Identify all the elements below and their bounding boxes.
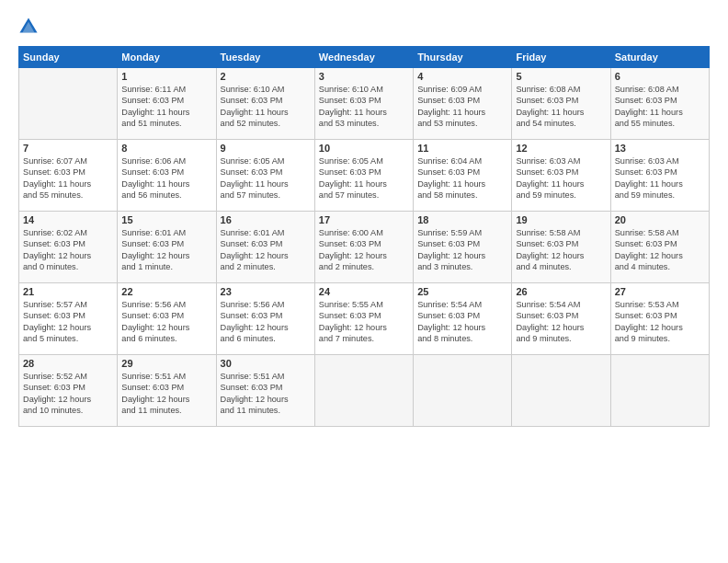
calendar-week-2: 14Sunrise: 6:02 AM Sunset: 6:03 PM Dayli… bbox=[19, 212, 710, 283]
day-number: 6 bbox=[615, 71, 705, 82]
day-number: 2 bbox=[221, 71, 311, 82]
day-info: Sunrise: 6:06 AM Sunset: 6:03 PM Dayligh… bbox=[121, 155, 211, 201]
calendar-cell: 30Sunrise: 5:51 AM Sunset: 6:03 PM Dayli… bbox=[216, 355, 314, 427]
day-info: Sunrise: 6:01 AM Sunset: 6:03 PM Dayligh… bbox=[221, 227, 311, 273]
day-number: 5 bbox=[516, 71, 606, 82]
day-info: Sunrise: 6:10 AM Sunset: 6:03 PM Dayligh… bbox=[319, 84, 409, 130]
day-info: Sunrise: 6:02 AM Sunset: 6:03 PM Dayligh… bbox=[23, 227, 113, 273]
calendar-cell: 21Sunrise: 5:57 AM Sunset: 6:03 PM Dayli… bbox=[19, 283, 118, 355]
day-number: 29 bbox=[121, 358, 211, 369]
day-info: Sunrise: 5:54 AM Sunset: 6:03 PM Dayligh… bbox=[417, 299, 507, 345]
day-number: 16 bbox=[221, 214, 311, 225]
day-info: Sunrise: 5:51 AM Sunset: 6:03 PM Dayligh… bbox=[221, 371, 311, 417]
day-number: 14 bbox=[23, 214, 113, 225]
day-number: 12 bbox=[516, 143, 606, 154]
day-info: Sunrise: 6:10 AM Sunset: 6:03 PM Dayligh… bbox=[221, 84, 311, 130]
calendar-cell: 1Sunrise: 6:11 AM Sunset: 6:03 PM Daylig… bbox=[118, 68, 216, 140]
day-info: Sunrise: 6:00 AM Sunset: 6:03 PM Dayligh… bbox=[319, 227, 409, 273]
calendar-cell: 15Sunrise: 6:01 AM Sunset: 6:03 PM Dayli… bbox=[118, 212, 216, 283]
day-number: 17 bbox=[319, 214, 409, 225]
calendar-cell bbox=[314, 355, 413, 427]
calendar-cell: 19Sunrise: 5:58 AM Sunset: 6:03 PM Dayli… bbox=[512, 212, 610, 283]
day-number: 27 bbox=[615, 286, 705, 297]
calendar-cell: 7Sunrise: 6:07 AM Sunset: 6:03 PM Daylig… bbox=[19, 140, 118, 212]
calendar-week-4: 28Sunrise: 5:52 AM Sunset: 6:03 PM Dayli… bbox=[19, 355, 710, 427]
calendar-cell: 28Sunrise: 5:52 AM Sunset: 6:03 PM Dayli… bbox=[19, 355, 118, 427]
header bbox=[18, 17, 710, 37]
day-number: 20 bbox=[615, 214, 705, 225]
calendar-cell: 9Sunrise: 6:05 AM Sunset: 6:03 PM Daylig… bbox=[216, 140, 314, 212]
calendar-cell: 11Sunrise: 6:04 AM Sunset: 6:03 PM Dayli… bbox=[414, 140, 512, 212]
calendar-cell: 4Sunrise: 6:09 AM Sunset: 6:03 PM Daylig… bbox=[414, 68, 512, 140]
day-number: 4 bbox=[417, 71, 507, 82]
day-info: Sunrise: 5:56 AM Sunset: 6:03 PM Dayligh… bbox=[221, 299, 311, 345]
day-info: Sunrise: 5:55 AM Sunset: 6:03 PM Dayligh… bbox=[319, 299, 409, 345]
logo bbox=[18, 17, 42, 37]
day-info: Sunrise: 6:03 AM Sunset: 6:03 PM Dayligh… bbox=[615, 155, 705, 201]
calendar-cell bbox=[610, 355, 709, 427]
calendar-cell bbox=[414, 355, 512, 427]
calendar-cell: 13Sunrise: 6:03 AM Sunset: 6:03 PM Dayli… bbox=[610, 140, 709, 212]
calendar-cell: 29Sunrise: 5:51 AM Sunset: 6:03 PM Dayli… bbox=[118, 355, 216, 427]
day-info: Sunrise: 6:09 AM Sunset: 6:03 PM Dayligh… bbox=[417, 84, 507, 130]
day-info: Sunrise: 6:03 AM Sunset: 6:03 PM Dayligh… bbox=[516, 155, 606, 201]
calendar-cell: 18Sunrise: 5:59 AM Sunset: 6:03 PM Dayli… bbox=[414, 212, 512, 283]
calendar-week-0: 1Sunrise: 6:11 AM Sunset: 6:03 PM Daylig… bbox=[19, 68, 710, 140]
calendar-cell: 20Sunrise: 5:58 AM Sunset: 6:03 PM Dayli… bbox=[610, 212, 709, 283]
day-header-monday: Monday bbox=[118, 47, 216, 68]
day-number: 18 bbox=[417, 214, 507, 225]
day-number: 15 bbox=[121, 214, 211, 225]
calendar-cell: 6Sunrise: 6:08 AM Sunset: 6:03 PM Daylig… bbox=[610, 68, 709, 140]
day-info: Sunrise: 5:58 AM Sunset: 6:03 PM Dayligh… bbox=[516, 227, 606, 273]
day-info: Sunrise: 5:59 AM Sunset: 6:03 PM Dayligh… bbox=[417, 227, 507, 273]
calendar-cell bbox=[19, 68, 118, 140]
calendar-cell: 25Sunrise: 5:54 AM Sunset: 6:03 PM Dayli… bbox=[414, 283, 512, 355]
day-number: 24 bbox=[319, 286, 409, 297]
calendar-cell: 5Sunrise: 6:08 AM Sunset: 6:03 PM Daylig… bbox=[512, 68, 610, 140]
calendar-table: SundayMondayTuesdayWednesdayThursdayFrid… bbox=[18, 46, 710, 427]
calendar-body: 1Sunrise: 6:11 AM Sunset: 6:03 PM Daylig… bbox=[19, 68, 710, 427]
day-info: Sunrise: 6:08 AM Sunset: 6:03 PM Dayligh… bbox=[516, 84, 606, 130]
day-info: Sunrise: 6:04 AM Sunset: 6:03 PM Dayligh… bbox=[417, 155, 507, 201]
calendar-cell: 2Sunrise: 6:10 AM Sunset: 6:03 PM Daylig… bbox=[216, 68, 314, 140]
day-info: Sunrise: 6:08 AM Sunset: 6:03 PM Dayligh… bbox=[615, 84, 705, 130]
day-header-saturday: Saturday bbox=[610, 47, 709, 68]
day-number: 10 bbox=[319, 143, 409, 154]
calendar-week-3: 21Sunrise: 5:57 AM Sunset: 6:03 PM Dayli… bbox=[19, 283, 710, 355]
day-number: 19 bbox=[516, 214, 606, 225]
calendar-cell: 8Sunrise: 6:06 AM Sunset: 6:03 PM Daylig… bbox=[118, 140, 216, 212]
day-info: Sunrise: 5:52 AM Sunset: 6:03 PM Dayligh… bbox=[23, 371, 113, 417]
day-number: 28 bbox=[23, 358, 113, 369]
day-number: 3 bbox=[319, 71, 409, 82]
day-number: 23 bbox=[221, 286, 311, 297]
day-number: 21 bbox=[23, 286, 113, 297]
day-info: Sunrise: 5:57 AM Sunset: 6:03 PM Dayligh… bbox=[23, 299, 113, 345]
day-info: Sunrise: 6:01 AM Sunset: 6:03 PM Dayligh… bbox=[121, 227, 211, 273]
day-info: Sunrise: 6:11 AM Sunset: 6:03 PM Dayligh… bbox=[121, 84, 211, 130]
calendar-cell: 16Sunrise: 6:01 AM Sunset: 6:03 PM Dayli… bbox=[216, 212, 314, 283]
calendar-cell: 26Sunrise: 5:54 AM Sunset: 6:03 PM Dayli… bbox=[512, 283, 610, 355]
calendar-cell: 17Sunrise: 6:00 AM Sunset: 6:03 PM Dayli… bbox=[314, 212, 413, 283]
calendar-cell: 14Sunrise: 6:02 AM Sunset: 6:03 PM Dayli… bbox=[19, 212, 118, 283]
day-number: 8 bbox=[121, 143, 211, 154]
day-info: Sunrise: 5:56 AM Sunset: 6:03 PM Dayligh… bbox=[121, 299, 211, 345]
calendar-cell bbox=[512, 355, 610, 427]
page: SundayMondayTuesdayWednesdayThursdayFrid… bbox=[0, 0, 728, 563]
calendar-cell: 10Sunrise: 6:05 AM Sunset: 6:03 PM Dayli… bbox=[314, 140, 413, 212]
calendar-cell: 12Sunrise: 6:03 AM Sunset: 6:03 PM Dayli… bbox=[512, 140, 610, 212]
calendar-header: SundayMondayTuesdayWednesdayThursdayFrid… bbox=[19, 47, 710, 68]
day-info: Sunrise: 6:05 AM Sunset: 6:03 PM Dayligh… bbox=[319, 155, 409, 201]
day-header-friday: Friday bbox=[512, 47, 610, 68]
day-number: 26 bbox=[516, 286, 606, 297]
day-number: 7 bbox=[23, 143, 113, 154]
day-info: Sunrise: 6:07 AM Sunset: 6:03 PM Dayligh… bbox=[23, 155, 113, 201]
calendar-cell: 23Sunrise: 5:56 AM Sunset: 6:03 PM Dayli… bbox=[216, 283, 314, 355]
day-info: Sunrise: 5:54 AM Sunset: 6:03 PM Dayligh… bbox=[516, 299, 606, 345]
day-number: 22 bbox=[121, 286, 211, 297]
calendar-cell: 27Sunrise: 5:53 AM Sunset: 6:03 PM Dayli… bbox=[610, 283, 709, 355]
day-number: 13 bbox=[615, 143, 705, 154]
day-number: 9 bbox=[221, 143, 311, 154]
calendar-week-1: 7Sunrise: 6:07 AM Sunset: 6:03 PM Daylig… bbox=[19, 140, 710, 212]
calendar-cell: 22Sunrise: 5:56 AM Sunset: 6:03 PM Dayli… bbox=[118, 283, 216, 355]
day-number: 11 bbox=[417, 143, 507, 154]
